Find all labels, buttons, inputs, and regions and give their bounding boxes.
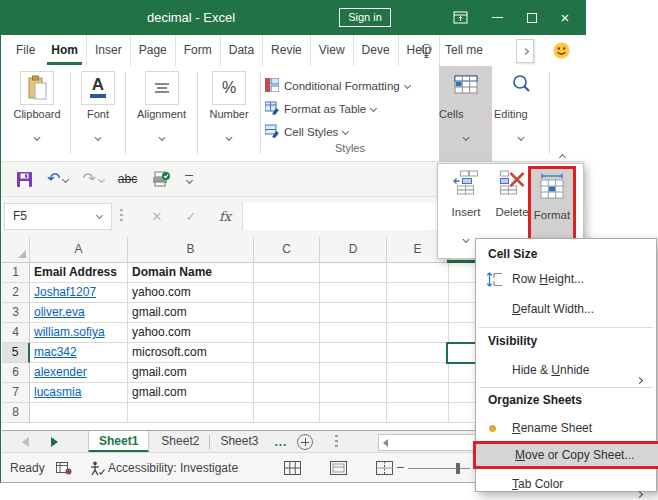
grid-cell[interactable]	[387, 383, 449, 403]
grid-cell[interactable]: william.sofiya	[30, 323, 128, 343]
tab-view[interactable]: View	[311, 35, 354, 66]
tab-formulas[interactable]: Form	[176, 35, 221, 66]
page-break-view-icon[interactable]	[376, 461, 393, 479]
zoom-out-icon[interactable]: −	[396, 453, 404, 482]
sheet-options-icon[interactable]	[335, 435, 338, 448]
editing-group-button[interactable]: Editing	[494, 66, 547, 162]
redo-button[interactable]: ↷	[82, 171, 103, 187]
insert-function-icon[interactable]: fx	[208, 203, 242, 230]
sign-in-button[interactable]: Sign in	[339, 8, 391, 27]
menu-item-tab-color[interactable]: Tab Color	[476, 472, 656, 496]
grid-cell[interactable]	[320, 323, 387, 343]
row-header[interactable]: 6	[2, 363, 30, 383]
tab-review[interactable]: Revie	[263, 35, 311, 66]
grid-cell[interactable]	[128, 403, 254, 423]
quick-print-icon[interactable]	[151, 171, 171, 188]
feedback-smiley-icon[interactable]	[553, 42, 570, 63]
cancel-icon[interactable]: ✕	[140, 203, 174, 230]
row-header[interactable]: 7	[2, 383, 30, 403]
grid-cell[interactable]	[320, 263, 387, 283]
grid-cell[interactable]	[254, 323, 320, 343]
strikethrough-button[interactable]: abc	[118, 172, 137, 186]
grid-cell[interactable]	[254, 283, 320, 303]
conditional-formatting-button[interactable]: Conditional Formatting	[265, 74, 441, 97]
grid-cell[interactable]	[387, 343, 449, 363]
grid-cell[interactable]	[387, 263, 449, 283]
grid-cell[interactable]	[254, 343, 320, 363]
column-header[interactable]: D	[320, 237, 387, 263]
minimize-button[interactable]	[484, 0, 510, 35]
row-header[interactable]: 8	[2, 403, 30, 423]
grid-cell[interactable]	[387, 303, 449, 323]
zoom-slider-handle[interactable]	[456, 463, 460, 474]
grid-cell[interactable]: Email Address	[30, 263, 128, 283]
grid-cell[interactable]	[30, 403, 128, 423]
macro-record-icon[interactable]	[56, 461, 72, 479]
grid-cell[interactable]	[320, 363, 387, 383]
grid-cell[interactable]	[320, 383, 387, 403]
sheet-nav-left-icon[interactable]	[22, 437, 29, 447]
column-header[interactable]: A	[30, 237, 128, 263]
tell-me-box[interactable]: Tell me	[445, 35, 483, 66]
column-header[interactable]: C	[254, 237, 320, 263]
add-sheet-icon[interactable]	[297, 434, 313, 450]
enter-icon[interactable]: ✓	[174, 203, 208, 230]
grid-cell[interactable]	[320, 403, 387, 423]
select-all-corner[interactable]	[2, 237, 30, 263]
grid-cell[interactable]	[387, 323, 449, 343]
tab-data[interactable]: Data	[221, 35, 263, 66]
clipboard-group[interactable]: Clipboard	[5, 66, 69, 162]
grid-cell[interactable]	[387, 363, 449, 383]
close-button[interactable]: ×	[552, 0, 578, 35]
menu-item-hide-unhide[interactable]: Hide & Unhide	[476, 358, 656, 382]
tab-file[interactable]: File	[8, 35, 43, 66]
row-header[interactable]: 1	[2, 263, 30, 283]
menu-item-rename-sheet[interactable]: Rename Sheet	[476, 416, 656, 440]
tab-insert[interactable]: Inser	[87, 35, 131, 66]
row-header[interactable]: 4	[2, 323, 30, 343]
grid-cell[interactable]	[320, 303, 387, 323]
format-as-table-button[interactable]: Format as Table	[265, 97, 441, 120]
grid-cell[interactable]	[320, 343, 387, 363]
grid-cell[interactable]: Joshaf1207	[30, 283, 128, 303]
grid-cell[interactable]: yahoo.com	[128, 283, 254, 303]
ribbon-display-options-icon[interactable]	[447, 0, 473, 35]
grid-cell[interactable]: Domain Name	[128, 263, 254, 283]
row-header[interactable]: 5	[2, 343, 30, 363]
normal-view-icon[interactable]	[284, 461, 301, 479]
menu-item-row-height[interactable]: Row Height...	[476, 267, 656, 291]
cells-group-button[interactable]: Cells	[439, 66, 492, 162]
tab-home[interactable]: Hom	[43, 35, 87, 66]
scroll-left-icon[interactable]	[383, 439, 388, 447]
grid-cell[interactable]: mac342	[30, 343, 128, 363]
page-layout-view-icon[interactable]	[330, 461, 347, 479]
font-group[interactable]: A Font	[71, 66, 125, 162]
column-header[interactable]: B	[128, 237, 254, 263]
more-sheets-label[interactable]: ...	[274, 435, 287, 449]
accessibility-status[interactable]: Accessibility: Investigate	[108, 453, 238, 483]
grid-cell[interactable]: gmail.com	[128, 363, 254, 383]
number-group[interactable]: % Number	[198, 66, 260, 162]
grid-cell[interactable]	[387, 283, 449, 303]
qat-customize-icon[interactable]	[185, 175, 193, 183]
save-button[interactable]	[16, 171, 33, 188]
tab-page-layout[interactable]: Page	[131, 35, 176, 66]
row-header[interactable]: 2	[2, 283, 30, 303]
grid-cell[interactable]: gmail.com	[128, 303, 254, 323]
grid-cell[interactable]: yahoo.com	[128, 323, 254, 343]
menu-item-default-width[interactable]: Default Width...	[476, 297, 656, 321]
cell-styles-button[interactable]: Cell Styles	[265, 120, 441, 143]
grid-cell[interactable]: oliver.eva	[30, 303, 128, 323]
horizontal-scrollbar[interactable]	[378, 434, 476, 451]
sheet-tab-sheet1[interactable]: Sheet1	[88, 431, 149, 453]
zoom-slider-track[interactable]	[408, 468, 470, 469]
grid-cell[interactable]	[320, 283, 387, 303]
sheet-tab-sheet3[interactable]: Sheet3	[210, 431, 268, 453]
grid-cell[interactable]	[254, 403, 320, 423]
grid-cell[interactable]: gmail.com	[128, 383, 254, 403]
ribbon-more-button[interactable]	[516, 39, 534, 63]
sheet-nav-right-icon[interactable]	[51, 437, 58, 447]
name-box[interactable]: F5	[4, 203, 112, 230]
grid-cell[interactable]: lucasmia	[30, 383, 128, 403]
grid-cell[interactable]: microsoft.com	[128, 343, 254, 363]
